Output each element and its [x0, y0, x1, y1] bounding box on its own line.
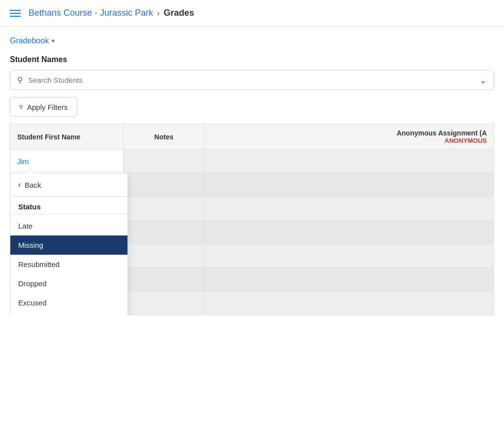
main-content: Gradebook ▾ Student Names ⚲ ⌄ ▿ Apply Fi…: [0, 27, 504, 315]
hamburger-menu-button[interactable]: [10, 10, 21, 17]
filter-item-missing[interactable]: Missing: [10, 235, 127, 255]
search-container[interactable]: ⚲ ⌄: [10, 70, 494, 90]
status-label: Status: [10, 198, 127, 214]
back-label: Back: [25, 181, 41, 189]
col-header-assignment: Anonymous Assignment (A ANONYMOUS: [205, 124, 494, 150]
filter-icon: ▿: [19, 102, 23, 111]
table-wrapper: ‹ Back Status Late Missing Resubmitted D…: [10, 124, 494, 315]
col-header-notes: Notes: [124, 124, 205, 150]
filter-item-dropped[interactable]: Dropped: [10, 274, 127, 293]
gradebook-dropdown[interactable]: Gradebook ▾: [10, 36, 55, 45]
notes-cell: [124, 173, 205, 197]
grade-cell: [205, 150, 494, 173]
filter-panel: ‹ Back Status Late Missing Resubmitted D…: [10, 173, 128, 315]
notes-cell: [124, 244, 205, 268]
notes-cell: [124, 292, 205, 315]
grade-cell: [205, 292, 494, 315]
grade-cell: [205, 221, 494, 244]
apply-filters-button[interactable]: ▿ Apply Filters: [10, 97, 77, 117]
apply-filters-label: Apply Filters: [27, 103, 68, 111]
search-icon: ⚲: [17, 75, 23, 85]
filter-item-late[interactable]: Late: [10, 216, 127, 235]
filter-back-button[interactable]: ‹ Back: [10, 173, 127, 197]
grade-cell: [205, 197, 494, 221]
breadcrumb-current-page: Grades: [163, 8, 194, 18]
filter-item-excused[interactable]: Excused: [10, 293, 127, 312]
notes-cell: [124, 197, 205, 221]
breadcrumb: Bethans Course - Jurassic Park › Grades: [29, 8, 194, 18]
notes-cell: [124, 268, 205, 292]
assignment-title: Anonymous Assignment (A: [212, 129, 487, 137]
notes-cell: [124, 150, 205, 173]
grade-cell: [205, 244, 494, 268]
notes-cell: [124, 221, 205, 244]
assignment-anonymous-badge: ANONYMOUS: [212, 137, 487, 144]
table-row: Jim: [10, 150, 494, 173]
breadcrumb-course[interactable]: Bethans Course - Jurassic Park: [29, 8, 153, 18]
search-input[interactable]: [28, 76, 487, 84]
chevron-down-icon: ▾: [52, 37, 55, 44]
grade-cell: [205, 173, 494, 197]
grade-cell: [205, 268, 494, 292]
gradebook-label: Gradebook: [10, 36, 49, 45]
back-arrow-icon: ‹: [18, 180, 21, 189]
header: Bethans Course - Jurassic Park › Grades: [0, 0, 504, 27]
breadcrumb-separator: ›: [157, 9, 159, 18]
search-dropdown-arrow-icon: ⌄: [479, 75, 487, 86]
filter-item-resubmitted[interactable]: Resubmitted: [10, 255, 127, 274]
student-names-title: Student Names: [10, 55, 494, 64]
col-header-student: Student First Name: [10, 124, 124, 150]
